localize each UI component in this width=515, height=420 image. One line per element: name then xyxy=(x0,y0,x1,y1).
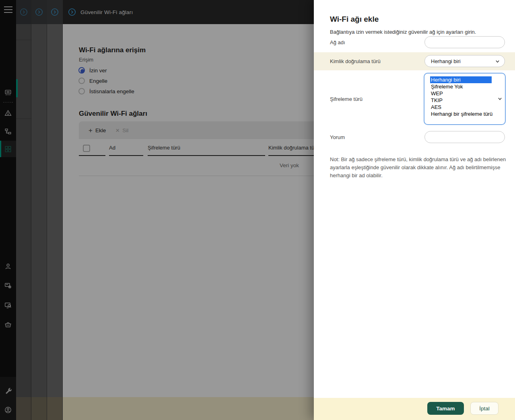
dialog-title: Wi-Fi ağı ekle xyxy=(330,15,379,24)
encryption-type-dropdown-list: Herhangi biri Şifreleme Yok WEP TKIP AES… xyxy=(424,73,506,125)
comment-input[interactable] xyxy=(424,131,505,143)
dropdown-option[interactable]: Şifreleme Yok xyxy=(424,83,505,90)
auth-type-select[interactable]: Herhangi biri xyxy=(424,55,505,67)
dropdown-option[interactable]: Herhangi bir şifreleme türü xyxy=(424,111,505,117)
dialog-description: Bağlantıya izin vermek istediğiniz güven… xyxy=(330,29,503,35)
chevron-down-icon xyxy=(495,59,500,64)
network-name-input[interactable] xyxy=(424,36,505,48)
dropdown-option[interactable]: AES xyxy=(424,104,505,111)
add-wifi-dialog: Wi-Fi ağı ekle × Bağlantıya izin vermek … xyxy=(314,0,515,420)
dialog-note: Not: Bir ağ sadece şifreleme türü, kimli… xyxy=(330,156,509,180)
auth-type-label: Kimlik doğrulama türü xyxy=(330,58,381,64)
dialog-footer: Tamam İptal xyxy=(314,398,515,420)
modal-backdrop xyxy=(0,0,314,420)
dropdown-option-selected[interactable]: Herhangi biri xyxy=(424,76,505,83)
screen: Güvenilir Wi-Fi ağları Wi-Fi ağlarına er… xyxy=(0,0,515,420)
chevron-down-icon xyxy=(498,96,502,101)
comment-label: Yorum xyxy=(330,134,345,140)
encryption-type-label: Şifreleme türü xyxy=(330,96,363,102)
dropdown-option[interactable]: WEP xyxy=(424,90,505,97)
dropdown-option[interactable]: TKIP xyxy=(424,97,505,104)
network-name-label: Ağ adı xyxy=(330,39,345,45)
cancel-button[interactable]: İptal xyxy=(470,402,499,415)
ok-button[interactable]: Tamam xyxy=(427,402,464,415)
